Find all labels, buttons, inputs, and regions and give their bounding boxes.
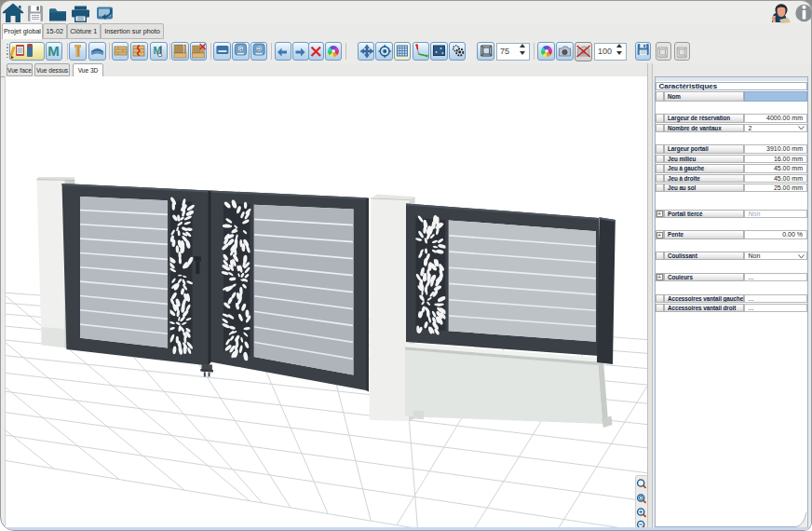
svg-text:D: D: [257, 46, 261, 51]
svg-text:M: M: [47, 43, 60, 59]
svg-text:G: G: [238, 46, 242, 51]
